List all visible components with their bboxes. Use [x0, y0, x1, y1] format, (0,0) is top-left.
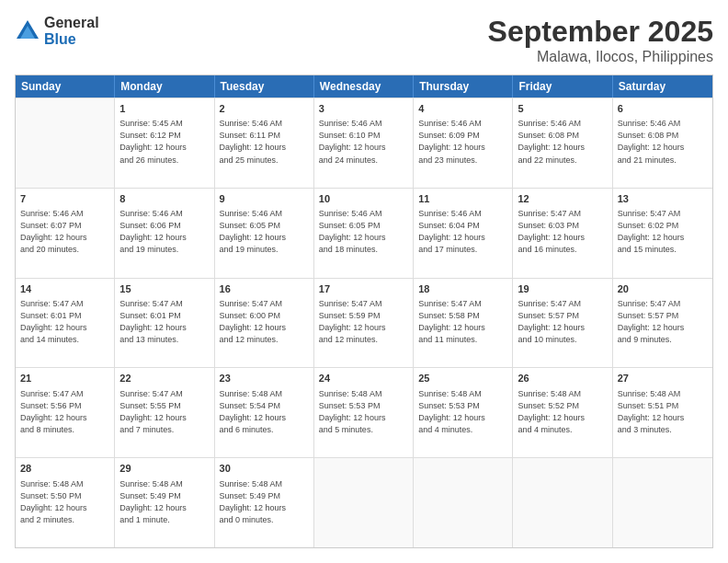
- calendar-title: September 2025: [488, 15, 713, 49]
- day-info: Sunrise: 5:47 AMSunset: 5:57 PMDaylight:…: [618, 298, 708, 346]
- calendar-cell: 25Sunrise: 5:48 AMSunset: 5:53 PMDayligh…: [414, 368, 513, 457]
- calendar-cell: 15Sunrise: 5:47 AMSunset: 6:01 PMDayligh…: [115, 279, 214, 368]
- day-number: 16: [220, 282, 309, 296]
- day-number: 17: [319, 282, 408, 296]
- day-number: 25: [418, 372, 507, 385]
- calendar-cell: 29Sunrise: 5:48 AMSunset: 5:49 PMDayligh…: [115, 458, 214, 547]
- day-info: Sunrise: 5:46 AMSunset: 6:11 PMDaylight:…: [220, 118, 309, 166]
- day-number: 10: [319, 192, 408, 206]
- day-number: 13: [618, 192, 708, 206]
- day-number: 1: [119, 102, 209, 116]
- day-number: 18: [418, 282, 507, 296]
- day-info: Sunrise: 5:46 AMSunset: 6:08 PMDaylight:…: [618, 118, 708, 166]
- day-info: Sunrise: 5:47 AMSunset: 6:01 PMDaylight:…: [20, 298, 109, 346]
- calendar-cell: [16, 98, 115, 188]
- day-info: Sunrise: 5:48 AMSunset: 5:50 PMDaylight:…: [20, 478, 109, 526]
- calendar-subtitle: Malawa, Ilocos, Philippines: [488, 49, 713, 65]
- day-info: Sunrise: 5:48 AMSunset: 5:52 PMDaylight:…: [518, 388, 607, 436]
- day-number: 29: [119, 462, 209, 476]
- day-number: 3: [319, 102, 408, 116]
- calendar-cell: 26Sunrise: 5:48 AMSunset: 5:52 PMDayligh…: [513, 368, 612, 457]
- calendar-cell: 10Sunrise: 5:46 AMSunset: 6:05 PMDayligh…: [314, 189, 414, 278]
- calendar-cell: 20Sunrise: 5:47 AMSunset: 5:57 PMDayligh…: [613, 279, 712, 368]
- calendar-header: Sunday Monday Tuesday Wednesday Thursday…: [16, 75, 712, 98]
- day-number: 26: [518, 372, 607, 385]
- header-monday: Monday: [115, 75, 214, 98]
- day-number: 5: [518, 102, 607, 116]
- logo-text: General Blue: [44, 15, 99, 47]
- header-friday: Friday: [513, 75, 612, 98]
- day-number: 2: [220, 102, 309, 116]
- day-info: Sunrise: 5:47 AMSunset: 6:02 PMDaylight:…: [618, 208, 708, 256]
- day-info: Sunrise: 5:48 AMSunset: 5:49 PMDaylight:…: [220, 478, 309, 526]
- header-wednesday: Wednesday: [314, 75, 414, 98]
- calendar-cell: 9Sunrise: 5:46 AMSunset: 6:05 PMDaylight…: [215, 189, 314, 278]
- day-info: Sunrise: 5:47 AMSunset: 6:01 PMDaylight:…: [119, 298, 209, 346]
- day-number: 14: [20, 282, 109, 296]
- calendar-cell: 22Sunrise: 5:47 AMSunset: 5:55 PMDayligh…: [115, 368, 214, 457]
- day-info: Sunrise: 5:47 AMSunset: 6:00 PMDaylight:…: [220, 298, 309, 346]
- calendar-week-1: 1Sunrise: 5:45 AMSunset: 6:12 PMDaylight…: [16, 98, 712, 188]
- day-info: Sunrise: 5:47 AMSunset: 5:55 PMDaylight:…: [119, 388, 209, 436]
- day-number: 24: [319, 372, 408, 385]
- day-number: 7: [20, 192, 109, 206]
- day-info: Sunrise: 5:46 AMSunset: 6:10 PMDaylight:…: [319, 118, 408, 166]
- calendar-cell: 17Sunrise: 5:47 AMSunset: 5:59 PMDayligh…: [314, 279, 414, 368]
- logo-icon: [15, 18, 40, 44]
- header-sunday: Sunday: [16, 75, 115, 98]
- calendar-cell: 14Sunrise: 5:47 AMSunset: 6:01 PMDayligh…: [16, 279, 115, 368]
- calendar-cell: 21Sunrise: 5:47 AMSunset: 5:56 PMDayligh…: [16, 368, 115, 457]
- title-block: September 2025 Malawa, Ilocos, Philippin…: [488, 15, 713, 65]
- day-number: 30: [220, 462, 309, 476]
- day-number: 15: [119, 282, 209, 296]
- calendar-cell: 16Sunrise: 5:47 AMSunset: 6:00 PMDayligh…: [215, 279, 314, 368]
- day-info: Sunrise: 5:47 AMSunset: 5:56 PMDaylight:…: [20, 388, 109, 436]
- calendar-cell: 28Sunrise: 5:48 AMSunset: 5:50 PMDayligh…: [16, 458, 115, 547]
- day-number: 28: [20, 462, 109, 476]
- day-info: Sunrise: 5:46 AMSunset: 6:05 PMDaylight:…: [220, 208, 309, 256]
- day-info: Sunrise: 5:46 AMSunset: 6:04 PMDaylight:…: [418, 208, 507, 256]
- header: General Blue September 2025 Malawa, Iloc…: [15, 15, 713, 65]
- day-info: Sunrise: 5:46 AMSunset: 6:08 PMDaylight:…: [518, 118, 607, 166]
- logo-blue-text: Blue: [44, 31, 99, 48]
- calendar-week-5: 28Sunrise: 5:48 AMSunset: 5:50 PMDayligh…: [16, 457, 712, 547]
- day-number: 20: [618, 282, 708, 296]
- day-info: Sunrise: 5:48 AMSunset: 5:49 PMDaylight:…: [119, 478, 209, 526]
- logo-general-text: General: [44, 15, 99, 31]
- header-thursday: Thursday: [414, 75, 513, 98]
- calendar-week-3: 14Sunrise: 5:47 AMSunset: 6:01 PMDayligh…: [16, 278, 712, 368]
- day-info: Sunrise: 5:47 AMSunset: 5:57 PMDaylight:…: [518, 298, 607, 346]
- day-info: Sunrise: 5:48 AMSunset: 5:53 PMDaylight:…: [418, 388, 507, 436]
- calendar-cell: 13Sunrise: 5:47 AMSunset: 6:02 PMDayligh…: [613, 189, 712, 278]
- calendar-cell: 19Sunrise: 5:47 AMSunset: 5:57 PMDayligh…: [513, 279, 612, 368]
- calendar-cell: 2Sunrise: 5:46 AMSunset: 6:11 PMDaylight…: [215, 98, 314, 188]
- day-info: Sunrise: 5:46 AMSunset: 6:06 PMDaylight:…: [119, 208, 209, 256]
- day-number: 8: [119, 192, 209, 206]
- day-number: 4: [418, 102, 507, 116]
- day-info: Sunrise: 5:48 AMSunset: 5:51 PMDaylight:…: [618, 388, 708, 436]
- header-saturday: Saturday: [613, 75, 712, 98]
- day-info: Sunrise: 5:47 AMSunset: 5:59 PMDaylight:…: [319, 298, 408, 346]
- calendar-cell: [613, 458, 712, 547]
- calendar-cell: 12Sunrise: 5:47 AMSunset: 6:03 PMDayligh…: [513, 189, 612, 278]
- calendar-week-4: 21Sunrise: 5:47 AMSunset: 5:56 PMDayligh…: [16, 367, 712, 457]
- day-info: Sunrise: 5:46 AMSunset: 6:05 PMDaylight:…: [319, 208, 408, 256]
- header-tuesday: Tuesday: [215, 75, 314, 98]
- calendar-week-2: 7Sunrise: 5:46 AMSunset: 6:07 PMDaylight…: [16, 188, 712, 278]
- day-number: 21: [20, 372, 109, 385]
- calendar-cell: 1Sunrise: 5:45 AMSunset: 6:12 PMDaylight…: [115, 98, 214, 188]
- calendar-body: 1Sunrise: 5:45 AMSunset: 6:12 PMDaylight…: [16, 98, 712, 547]
- calendar-cell: [314, 458, 414, 547]
- day-info: Sunrise: 5:47 AMSunset: 5:58 PMDaylight:…: [418, 298, 507, 346]
- calendar-cell: 24Sunrise: 5:48 AMSunset: 5:53 PMDayligh…: [314, 368, 414, 457]
- day-number: 9: [220, 192, 309, 206]
- day-info: Sunrise: 5:45 AMSunset: 6:12 PMDaylight:…: [119, 118, 209, 166]
- calendar-cell: 8Sunrise: 5:46 AMSunset: 6:06 PMDaylight…: [115, 189, 214, 278]
- day-number: 12: [518, 192, 607, 206]
- day-number: 23: [220, 372, 309, 385]
- calendar-cell: 30Sunrise: 5:48 AMSunset: 5:49 PMDayligh…: [215, 458, 314, 547]
- calendar-cell: 3Sunrise: 5:46 AMSunset: 6:10 PMDaylight…: [314, 98, 414, 188]
- calendar-cell: 6Sunrise: 5:46 AMSunset: 6:08 PMDaylight…: [613, 98, 712, 188]
- calendar: Sunday Monday Tuesday Wednesday Thursday…: [15, 75, 713, 548]
- calendar-cell: 27Sunrise: 5:48 AMSunset: 5:51 PMDayligh…: [613, 368, 712, 457]
